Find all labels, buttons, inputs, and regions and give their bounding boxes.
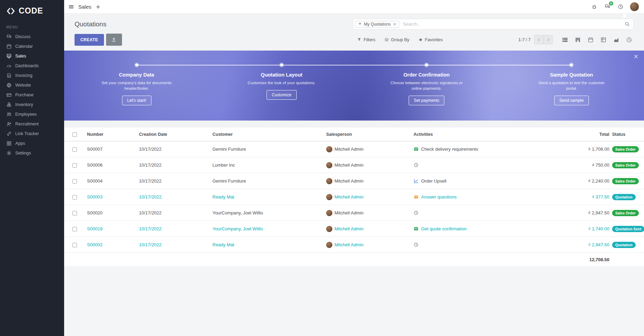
step-action-button[interactable]: Customize (267, 90, 297, 100)
view-list-button[interactable] (562, 37, 568, 43)
column-header-number[interactable]: Number (81, 132, 133, 137)
cell-activities[interactable]: Get quote confirmation (408, 226, 557, 231)
step-dot (425, 63, 428, 67)
create-button[interactable]: CREATE (75, 34, 104, 46)
search-input[interactable] (399, 21, 625, 27)
logo-icon (6, 7, 16, 16)
facet-close-icon[interactable]: ✕ (393, 22, 396, 26)
hamburger-icon[interactable] (68, 4, 74, 10)
row-checkbox[interactable] (72, 227, 77, 231)
topbar-left: Sales (68, 4, 101, 10)
view-kanban-button[interactable] (575, 37, 581, 43)
logo[interactable]: CODE (0, 0, 64, 20)
step-description: Customize the look of your quotations. (248, 80, 316, 86)
plus-icon[interactable] (96, 5, 101, 9)
column-header-status[interactable]: Status (609, 132, 644, 137)
search-icon[interactable] (625, 21, 630, 27)
employees-icon (6, 112, 12, 117)
table-row[interactable]: S0001910/17/2022YourCompany, Joel Willis… (64, 221, 644, 237)
sidebar-item-employees[interactable]: Employees (0, 109, 64, 119)
table-row[interactable]: S0000610/17/2022Lumber IncMitchell Admin… (64, 157, 644, 173)
prev-page-button[interactable] (534, 35, 543, 44)
row-checkbox[interactable] (72, 163, 77, 168)
view-graph-button[interactable] (613, 37, 619, 43)
cell-activities[interactable] (408, 210, 557, 215)
table-row[interactable]: S0002010/17/2022YourCompany, Joel Willis… (64, 205, 644, 221)
search-facet[interactable]: My Quotations ✕ (355, 21, 399, 28)
onboarding-step: Sample QuotationSend a quotation to test… (499, 51, 644, 121)
cell-customer: YourCompany, Joel Willis (207, 210, 321, 215)
step-description: Set your company's data for documents he… (99, 80, 174, 91)
sidebar-item-dashboards[interactable]: Dashboards (0, 61, 64, 71)
cell-number: S00002 (81, 242, 133, 247)
filters-button[interactable]: Filters (357, 37, 375, 42)
view-activity-icon (626, 37, 632, 43)
view-pivot-button[interactable] (600, 37, 607, 43)
row-checkbox[interactable] (72, 147, 77, 152)
sidebar-item-inventory[interactable]: Inventory (0, 100, 64, 109)
row-checkbox[interactable] (72, 243, 77, 247)
column-header-date[interactable]: Creation Date (133, 132, 207, 137)
debug-button[interactable] (590, 3, 598, 11)
column-header-customer[interactable]: Customer (207, 132, 321, 137)
step-action-button[interactable]: Let's start! (122, 96, 151, 105)
onboarding-step: Company DataSet your company's data for … (64, 51, 209, 121)
step-action-button[interactable]: Send sample (554, 96, 589, 105)
table-row[interactable]: S0000310/17/2022Ready MatMitchell AdminA… (64, 189, 644, 205)
user-avatar[interactable] (630, 2, 639, 11)
view-activity-button[interactable] (626, 37, 632, 43)
sidebar-item-link-tracker[interactable]: Link Tracker (0, 129, 64, 139)
invoicing-icon (6, 73, 12, 78)
banner-close-icon[interactable] (634, 54, 638, 59)
column-header-total[interactable]: Total (557, 132, 609, 137)
next-page-button[interactable] (543, 35, 553, 44)
cell-creation-date: 10/17/2022 (133, 178, 207, 184)
table-row[interactable]: S0000710/17/2022Gemini FurnitureMitchell… (64, 141, 644, 157)
column-header-salesperson[interactable]: Salesperson (321, 132, 408, 137)
cell-number: S00003 (81, 194, 133, 200)
table-row[interactable]: S0000410/17/2022Gemini FurnitureMitchell… (64, 173, 644, 189)
messages-button[interactable]: 5 (603, 3, 611, 11)
cell-creation-date: 10/17/2022 (133, 242, 207, 247)
step-action-button[interactable]: Set payments (409, 96, 444, 105)
sidebar-item-recruitment[interactable]: Recruitment (0, 119, 64, 129)
sidebar-item-apps[interactable]: Apps (0, 139, 64, 148)
cell-activities[interactable]: Answer questions (408, 194, 557, 200)
sidebar-item-calendar[interactable]: Calendar (0, 42, 64, 51)
sidebar-item-settings[interactable]: Settings (0, 148, 64, 158)
export-button[interactable] (106, 34, 122, 46)
row-checkbox[interactable] (72, 211, 77, 215)
table-row[interactable]: S0000210/17/2022Ready MatMitchell Admin₫… (64, 237, 644, 253)
cell-total: ₫ 2,947.50 (557, 242, 609, 247)
select-all-checkbox[interactable] (72, 132, 77, 137)
apps-icon (6, 141, 12, 146)
cell-activities[interactable] (408, 242, 557, 247)
spreadsheet-icon (414, 226, 419, 231)
row-checkbox[interactable] (72, 179, 77, 184)
sidebar-item-discuss[interactable]: Discuss (0, 32, 64, 42)
status-badge: Sales Order (612, 210, 639, 216)
groupby-button[interactable]: Group By (384, 37, 409, 42)
cell-activities[interactable]: Check delivery requirements (408, 147, 557, 152)
cell-activities[interactable]: Order Upsell (408, 178, 557, 184)
sidebar-item-website[interactable]: Website (0, 80, 64, 90)
row-checkbox[interactable] (72, 195, 77, 200)
sidebar-item-purchase[interactable]: Purchase (0, 90, 64, 100)
activities-button[interactable] (617, 3, 624, 11)
cell-salesperson: Mitchell Admin (321, 194, 408, 200)
sidebar-item-label: Link Tracker (15, 131, 39, 136)
facet-label: My Quotations (364, 22, 391, 27)
sidebar-item-invoicing[interactable]: Invoicing (0, 71, 64, 80)
cell-total: ₫ 1,740.00 (557, 226, 609, 231)
table-footer: 12,708.50 (64, 253, 644, 266)
clock-icon (414, 162, 419, 168)
app-name[interactable]: Sales (78, 4, 92, 10)
view-calendar-button[interactable] (588, 37, 594, 43)
favorites-button[interactable]: Favorites (418, 37, 443, 42)
view-kanban-icon (575, 37, 581, 43)
star-icon (418, 37, 423, 42)
onboarding-step: Quotation LayoutCustomize the look of yo… (209, 51, 354, 121)
sidebar-item-sales[interactable]: Sales (0, 51, 64, 61)
column-header-activities[interactable]: Activities (408, 132, 557, 137)
cell-activities[interactable] (408, 162, 557, 168)
